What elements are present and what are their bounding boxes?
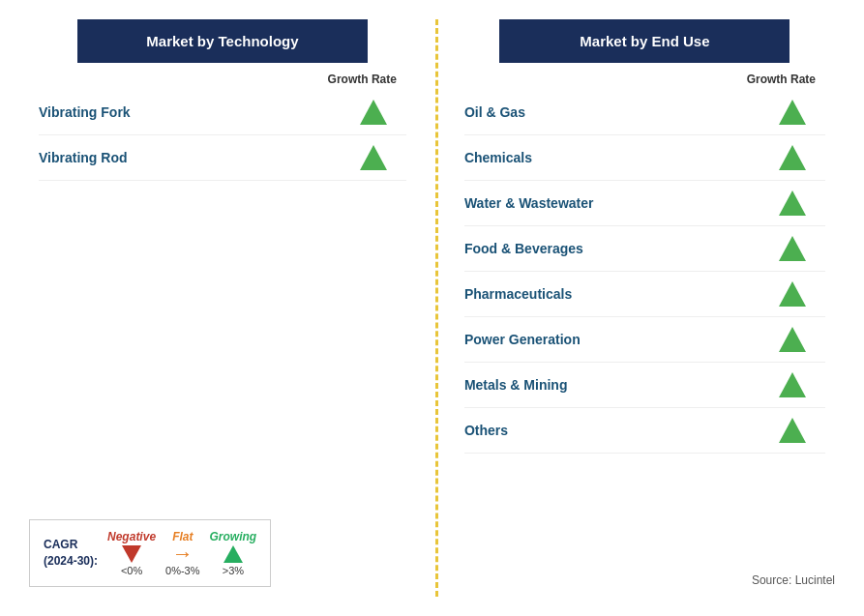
- left-item-row: Vibrating Fork: [39, 90, 406, 135]
- legend-negative-label: Negative: [107, 530, 156, 543]
- right-items-list: Oil & Gas Chemicals Water & Wastewater F…: [455, 90, 835, 454]
- left-panel-title: Market by Technology: [77, 19, 368, 63]
- left-item-arrow: [360, 145, 387, 170]
- legend-growing: Growing >3%: [210, 530, 257, 576]
- main-container: Market by Technology Growth Rate Vibrati…: [0, 0, 864, 616]
- right-panel: Market by End Use Growth Rate Oil & Gas …: [435, 19, 854, 597]
- right-item-row: Chemicals: [464, 135, 825, 181]
- right-item-label: Water & Wastewater: [464, 195, 594, 211]
- right-item-arrow: [779, 372, 806, 397]
- right-item-label: Food & Beverages: [464, 241, 583, 256]
- legend-growing-label: Growing: [210, 530, 257, 543]
- right-item-row: Oil & Gas: [464, 90, 825, 135]
- right-item-row: Power Generation: [464, 317, 825, 363]
- right-item-label: Pharmaceuticals: [464, 286, 572, 302]
- legend-growing-range: >3%: [223, 565, 244, 576]
- left-item-row: Vibrating Rod: [39, 135, 406, 181]
- dashed-divider: [435, 19, 438, 597]
- right-item-row: Food & Beverages: [464, 226, 825, 272]
- legend-negative-range: <0%: [121, 565, 142, 576]
- left-panel: Market by Technology Growth Rate Vibrati…: [10, 19, 435, 597]
- right-item-row: Water & Wastewater: [464, 181, 825, 226]
- right-item-arrow: [779, 191, 806, 216]
- right-growth-rate-header: Growth Rate: [455, 73, 835, 86]
- left-growth-rate-header: Growth Rate: [29, 73, 416, 86]
- left-item-label: Vibrating Fork: [39, 104, 131, 120]
- legend-flat: Flat → 0%-3%: [165, 530, 199, 576]
- legend-growing-arrow: [223, 545, 243, 563]
- right-item-label: Chemicals: [464, 150, 532, 165]
- legend-negative: Negative <0%: [107, 530, 156, 576]
- right-item-label: Metals & Mining: [464, 377, 568, 393]
- right-item-row: Pharmaceuticals: [464, 272, 825, 317]
- legend-box: CAGR (2024-30): Negative <0% Flat → 0%-3…: [29, 519, 271, 587]
- right-item-label: Oil & Gas: [464, 104, 525, 120]
- right-item-arrow: [779, 145, 806, 170]
- right-panel-title: Market by End Use: [499, 19, 790, 63]
- right-item-label: Others: [464, 423, 508, 438]
- right-item-row: Metals & Mining: [464, 363, 825, 408]
- right-item-arrow: [779, 100, 806, 125]
- left-item-arrow: [360, 100, 387, 125]
- legend-cagr-text: CAGR (2024-30):: [44, 537, 98, 570]
- source-label: Source: Lucintel: [752, 573, 835, 587]
- legend-flat-arrow: →: [172, 543, 194, 565]
- right-item-arrow: [779, 281, 806, 307]
- left-item-label: Vibrating Rod: [39, 150, 128, 165]
- right-item-arrow: [779, 236, 806, 261]
- legend-flat-range: 0%-3%: [165, 565, 199, 576]
- legend-negative-arrow: [122, 545, 141, 563]
- right-item-row: Others: [464, 408, 825, 454]
- right-item-arrow: [779, 327, 806, 352]
- right-item-label: Power Generation: [464, 332, 581, 347]
- right-item-arrow: [779, 418, 806, 443]
- left-items-list: Vibrating Fork Vibrating Rod: [29, 90, 416, 181]
